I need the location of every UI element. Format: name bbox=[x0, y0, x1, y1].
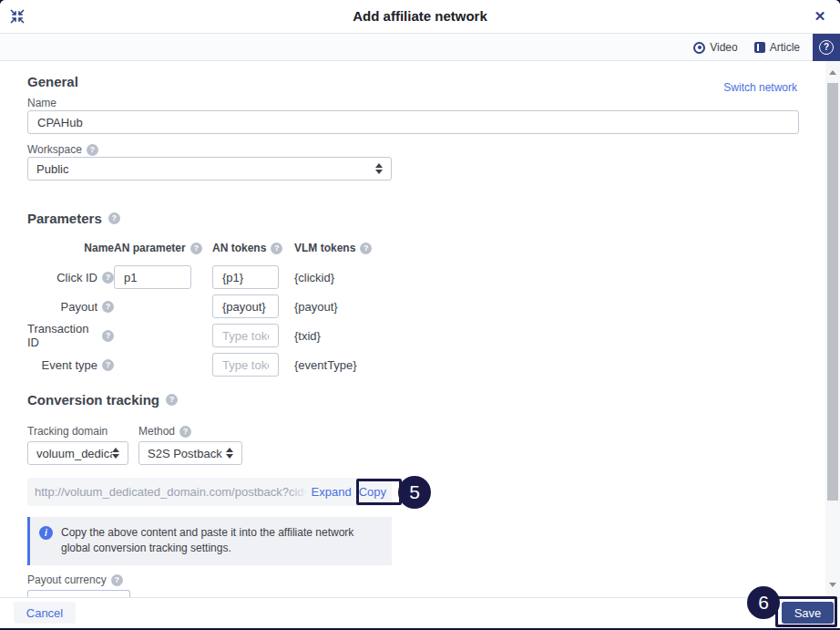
method-label: Method ? bbox=[138, 425, 191, 438]
help-button[interactable]: ? bbox=[813, 34, 840, 61]
switch-network-link[interactable]: Switch network bbox=[723, 81, 797, 94]
col-header-name: Name bbox=[27, 242, 114, 254]
modal-title: Add affiliate network bbox=[0, 0, 840, 34]
row-label-payout: Payout ? bbox=[27, 300, 114, 314]
event-type-help-icon[interactable]: ? bbox=[102, 359, 114, 371]
transaction-id-help-icon[interactable]: ? bbox=[102, 330, 114, 342]
vertical-scrollbar bbox=[825, 61, 840, 597]
tracking-domain-select[interactable]: voluum_dedicat... bbox=[27, 441, 128, 465]
article-label: Article bbox=[770, 41, 800, 54]
scroll-down-icon[interactable] bbox=[825, 577, 840, 592]
method-select[interactable]: S2S Postback U... bbox=[138, 441, 242, 465]
toolbar-links: Video Article bbox=[693, 34, 800, 61]
tracking-domain-label: Tracking domain bbox=[27, 425, 108, 438]
annotation-step6: 6 bbox=[747, 586, 780, 619]
stepper-icon bbox=[375, 163, 383, 174]
method-help-icon[interactable]: ? bbox=[179, 426, 191, 438]
name-input[interactable] bbox=[27, 110, 799, 134]
tracking-domain-value: voluum_dedicat... bbox=[36, 447, 112, 460]
conversion-tracking-help-icon[interactable]: ? bbox=[166, 394, 178, 406]
workspace-select[interactable]: Public bbox=[27, 157, 392, 181]
scroll-up-icon[interactable] bbox=[825, 65, 840, 79]
info-text: Copy the above content and paste it into… bbox=[61, 525, 371, 557]
name-label: Name bbox=[27, 97, 56, 109]
col-header-vlm-tokens: VLM tokens ? bbox=[294, 242, 404, 254]
an-tokens-help-icon[interactable]: ? bbox=[271, 243, 282, 254]
video-label: Video bbox=[710, 41, 737, 54]
payout-vlm-token: {payout} bbox=[294, 300, 404, 314]
payout-currency-help-icon[interactable]: ? bbox=[111, 574, 123, 586]
click-id-help-icon[interactable]: ? bbox=[102, 272, 114, 284]
row-label-click-id: Click ID ? bbox=[27, 271, 114, 284]
event-type-an-token-input[interactable] bbox=[212, 353, 279, 377]
row-label-event-type: Event type ? bbox=[27, 358, 114, 372]
payout-help-icon[interactable]: ? bbox=[102, 301, 114, 313]
payout-an-token-input[interactable] bbox=[212, 294, 279, 318]
transaction-id-an-token-input[interactable] bbox=[212, 324, 279, 347]
article-icon bbox=[754, 42, 765, 53]
workspace-label: Workspace ? bbox=[27, 143, 98, 156]
parameters-table: Name AN parameter ? AN tokens ? VLM toke… bbox=[27, 237, 404, 376]
click-id-an-parameter-input[interactable] bbox=[114, 265, 191, 289]
conversion-tracking-heading: Conversion tracking ? bbox=[27, 392, 178, 408]
stepper-icon bbox=[226, 448, 233, 459]
info-icon: i bbox=[39, 526, 53, 540]
conversion-info-box: i Copy the above content and paste it in… bbox=[27, 517, 392, 565]
modal-footer bbox=[0, 597, 840, 628]
article-link[interactable]: Article bbox=[754, 41, 800, 54]
scrollbar-thumb[interactable] bbox=[827, 83, 838, 501]
col-header-an-tokens: AN tokens ? bbox=[212, 242, 294, 254]
workspace-help-icon[interactable]: ? bbox=[87, 144, 98, 156]
transaction-id-vlm-token: {txid} bbox=[294, 329, 404, 343]
close-icon[interactable]: ✕ bbox=[809, 0, 831, 34]
add-affiliate-network-modal: Add affiliate network ✕ Video Article ? … bbox=[0, 0, 840, 628]
method-value: S2S Postback U... bbox=[148, 447, 226, 460]
annotation-box-step5 bbox=[356, 479, 402, 505]
click-id-an-token-input[interactable] bbox=[212, 265, 279, 289]
payout-currency-select[interactable] bbox=[27, 590, 130, 597]
row-label-transaction-id: Transaction ID ? bbox=[27, 322, 114, 349]
event-type-vlm-token: {eventType} bbox=[294, 358, 404, 372]
parameters-help-icon[interactable]: ? bbox=[108, 212, 120, 224]
click-id-vlm-token: {clickid} bbox=[294, 271, 404, 284]
modal-titlebar: Add affiliate network ✕ bbox=[0, 0, 840, 34]
payout-currency-label: Payout currency ? bbox=[27, 573, 123, 586]
stepper-icon bbox=[112, 448, 119, 459]
cancel-button[interactable]: Cancel bbox=[14, 602, 76, 624]
video-icon bbox=[693, 42, 705, 54]
workspace-select-value: Public bbox=[36, 162, 68, 176]
question-icon: ? bbox=[819, 40, 834, 55]
annotation-box-step6 bbox=[775, 596, 837, 627]
an-parameter-help-icon[interactable]: ? bbox=[190, 243, 202, 254]
expand-link[interactable]: Expand bbox=[312, 485, 352, 499]
video-link[interactable]: Video bbox=[693, 41, 737, 54]
help-toolbar: Video Article ? bbox=[0, 34, 840, 61]
vlm-tokens-help-icon[interactable]: ? bbox=[360, 243, 372, 254]
parameters-heading: Parameters ? bbox=[27, 211, 120, 226]
postback-url-box: http://voluum_dedicated_domain.com/postb… bbox=[27, 478, 392, 506]
annotation-step5: 5 bbox=[398, 476, 431, 509]
col-header-an-parameter: AN parameter ? bbox=[114, 242, 212, 254]
general-heading: General bbox=[27, 74, 78, 89]
